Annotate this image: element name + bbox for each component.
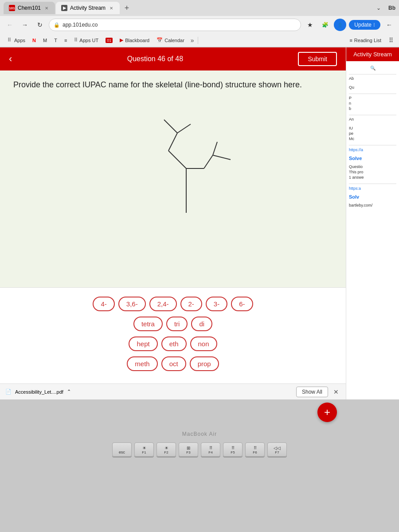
sidebar-link-1[interactable]: https://a [349,148,363,152]
tab-chem101[interactable]: 101 Chem101 ✕ [4,2,55,14]
solve-title-2[interactable]: Solv [349,194,396,200]
bookmark-t[interactable]: T [51,37,60,44]
tab-close-chem101[interactable]: ✕ [43,5,50,11]
bookmark-01[interactable]: 01 [103,37,115,44]
update-label: Update [354,22,372,28]
plus-icon: + [324,406,330,419]
bookmark-apps[interactable]: ⠿ Apps [4,36,28,44]
solve-title-1[interactable]: Solve [349,156,396,161]
key-f7[interactable]: ◁◁ F7 [267,442,287,457]
f4-label: F4 [208,450,212,454]
reading-list[interactable]: ≡ Reading List [349,38,381,43]
new-tab-button[interactable]: + [121,2,133,14]
quiz-title: Question 46 of 48 [127,55,183,63]
svg-line-2 [164,120,177,133]
file-name: Accessibility_Let....pdf [15,389,63,395]
key-f5[interactable]: ⠿ F5 [223,442,243,457]
sidebar-section-ab: Ab [349,76,396,82]
key-f6[interactable]: ⠿ F6 [245,442,265,457]
menu-button[interactable]: ← [383,19,395,31]
refresh-button[interactable]: ↻ [34,19,46,31]
chip-di[interactable]: di [191,317,212,331]
calendar-icon: 📅 [156,37,163,43]
bookmark-blackboard[interactable]: ▶ Blackboard [117,36,152,44]
sidebar-search-icon[interactable]: 🔍 [349,64,396,72]
chip-non[interactable]: non [190,336,217,351]
f3-label: F3 [186,450,190,454]
chip-4[interactable]: 4- [93,297,114,311]
tab-bar-more[interactable]: ⌄ [372,2,385,14]
back-button[interactable]: ← [4,19,16,31]
tab-label-activity: Activity Stream [70,5,106,11]
sidebar-text-iu: IUpeMc [349,126,396,141]
svg-line-8 [213,142,217,155]
profile-icon[interactable]: 👤 [334,19,346,31]
macbook-label: MacBook Air [182,431,217,437]
bookmark-apps-label: Apps [14,38,25,43]
menu-icon: ≡ [64,38,67,43]
extension-icon[interactable]: 🧩 [319,19,331,31]
chip-hept[interactable]: hept [129,336,157,351]
close-download-bar-button[interactable]: ✕ [332,387,340,396]
key-f4[interactable]: ⠿ F4 [201,442,220,457]
sidebar-link-2[interactable]: https:a [349,186,361,191]
sidebar-section-bartleby: bartleby.com/ [349,203,396,208]
question-text: Provide the correct IUPAC name for the s… [13,79,332,90]
svg-line-0 [168,151,186,168]
tab-activity-stream[interactable]: ▶ Activity Stream ✕ [56,2,120,14]
sidebar-section-questio: QuestioThis pro1 answe [349,164,396,180]
sidebar-section-qu: Qu [349,85,396,90]
forward-button[interactable]: → [19,19,31,31]
bookmark-blackboard-label: Blackboard [125,38,149,43]
key-esc[interactable]: esc [112,442,132,457]
bookmark-menu[interactable]: ≡ [62,37,70,44]
bookmark-m[interactable]: M [40,37,50,44]
sidebar-text-bartleby: bartleby.com/ [349,203,396,208]
chip-6[interactable]: 6- [231,297,253,311]
chip-2[interactable]: 2- [180,297,202,311]
address-bar[interactable]: 🔒 app.101edu.co [49,19,301,31]
tab-close-activity[interactable]: ✕ [108,5,114,11]
key-f3[interactable]: ⊞ F3 [179,442,198,457]
apps-dots-icon: ⠿ [6,37,12,43]
key-f1[interactable]: ☀ F1 [134,442,154,457]
bookmarks-more[interactable]: » [191,37,194,44]
sidebar-text-p: Pnb [349,96,396,111]
quiz-back-button[interactable]: ‹ [9,53,12,65]
bookmarks-grid-icon[interactable]: ⠿ [387,36,395,45]
f7-icon: ◁◁ [274,446,281,450]
chip-tetra[interactable]: tetra [133,317,163,331]
tab-favicon-chem101: 101 [9,5,15,11]
chip-tri[interactable]: tri [166,317,188,331]
molecule-svg [98,102,248,235]
add-button[interactable]: + [317,403,337,422]
f4-icon: ⠿ [209,446,212,450]
sidebar-content: 🔍 Ab Qu Pnb An IUpeMc https://a [346,61,399,399]
sidebar-title: Activity Stream [353,51,392,58]
chip-24[interactable]: 2,4- [149,297,177,311]
f1-label: F1 [142,450,146,454]
bookmark-netflix[interactable]: N [30,37,39,44]
chip-36[interactable]: 3,6- [118,297,146,311]
submit-button[interactable]: Submit [298,52,337,66]
f3-icon: ⊞ [187,446,190,450]
submit-label: Submit [308,55,327,63]
chip-meth[interactable]: meth [127,356,157,371]
quiz-back-icon: ‹ [9,53,12,64]
file-expand-icon[interactable]: ⌃ [67,389,71,395]
chip-3[interactable]: 3- [206,297,227,311]
bookmark-apps-ut-label: Apps UT [79,38,98,43]
chip-eth[interactable]: eth [161,336,187,351]
sidebar-section-p: Pnb [349,96,396,111]
key-f2[interactable]: ☀ F2 [156,442,176,457]
chip-oct[interactable]: oct [161,356,186,371]
bookmark-star[interactable]: ★ [304,19,316,31]
bookmark-apps-ut[interactable]: ⠿ Apps UT [71,36,101,44]
chip-prop[interactable]: prop [190,356,219,371]
chips-row-4: meth oct prop [13,356,332,371]
update-button[interactable]: Update ⁝ [349,20,380,30]
bookmark-calendar[interactable]: 📅 Calendar [154,36,187,44]
reading-list-label: Reading List [354,38,381,43]
show-all-button[interactable]: Show All [296,387,328,397]
other-app-label: Bb [388,5,395,11]
